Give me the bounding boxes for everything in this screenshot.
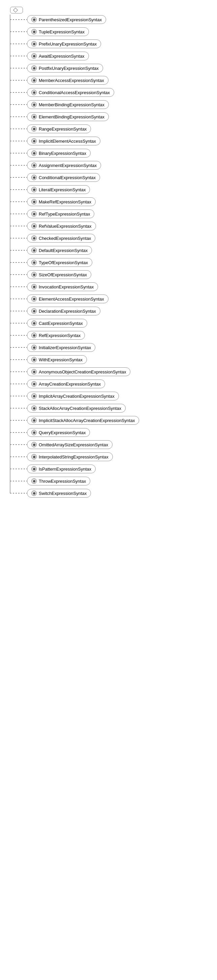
node-label: DeclarationExpressionSyntax [39,309,96,314]
tree-item: TypeOfExpressionSyntax [10,256,217,269]
connector [10,262,27,263]
circle-icon [31,369,37,374]
node-box: MemberAccessExpressionSyntax [27,76,109,85]
tree-item: ConditionalExpressionSyntax [10,171,217,183]
tree-item: RefTypeExpressionSyntax [10,208,217,220]
node-label: MemberBindingExpressionSyntax [39,102,105,107]
circle-icon [31,272,37,277]
node-box: ImplicitStackAllocArrayCreationExpressio… [27,416,139,425]
connector [10,238,27,239]
node-box: MakeRefExpressionSyntax [27,197,96,206]
tree-item: MemberAccessExpressionSyntax [10,74,217,86]
tree-item: ImplicitStackAllocArrayCreationExpressio… [10,414,217,426]
connector [10,92,27,93]
circle-icon [31,150,37,156]
node-label: WithExpressionSyntax [39,357,82,362]
connector [10,359,27,360]
node-box: ImplicitElementAccessSyntax [27,137,100,145]
node-box: BinaryExpressionSyntax [27,149,91,158]
tree-item: TupleExpressionSyntax [10,25,217,38]
connector [10,153,27,153]
node-label: CheckedExpressionSyntax [39,236,91,241]
circle-icon [31,199,37,204]
connector [10,432,27,433]
connector [10,286,27,287]
tree-item: ThrowExpressionSyntax [10,475,217,487]
connector [10,383,27,384]
tree-item: InterpolatedStringExpressionSyntax [10,451,217,463]
node-label: DefaultExpressionSyntax [39,248,88,253]
node-box: InitializerExpressionSyntax [27,343,95,352]
node-box: LiteralExpressionSyntax [27,185,90,194]
node-box: StackAllocArrayCreationExpressionSyntax [27,404,126,412]
root-box [10,7,23,13]
circle-icon [31,454,37,460]
node-label: TupleExpressionSyntax [39,29,85,34]
connector [10,493,27,493]
node-label: CastExpressionSyntax [39,321,83,326]
circle-icon [31,320,37,326]
node-box: QueryExpressionSyntax [27,428,90,437]
node-label: QueryExpressionSyntax [39,430,86,435]
circle-icon [31,211,37,216]
node-label: SwitchExpressionSyntax [39,491,87,496]
nodes-container: ParenthesizedExpressionSyntaxTupleExpres… [10,13,217,499]
node-label: ElementBindingExpressionSyntax [39,115,105,119]
tree-body: ParenthesizedExpressionSyntaxTupleExpres… [10,13,217,499]
node-box: RefExpressionSyntax [27,331,85,340]
circle-icon [31,466,37,472]
node-box: CheckedExpressionSyntax [27,234,95,243]
node-box: ParenthesizedExpressionSyntax [27,15,106,24]
connector [10,68,27,68]
node-box: WithExpressionSyntax [27,355,87,364]
node-box: AnonymousObjectCreationExpressionSyntax [27,368,130,376]
circle-icon [31,406,37,411]
tree-item: RefExpressionSyntax [10,329,217,341]
circle-icon [31,162,37,168]
node-box: ElementAccessExpressionSyntax [27,294,109,303]
connector [10,347,27,348]
node-box: PrefixUnaryExpressionSyntax [27,40,101,48]
connector [10,335,27,336]
node-box: TypeOfExpressionSyntax [27,258,92,267]
connector [10,274,27,275]
tree-item: SizeOfExpressionSyntax [10,269,217,281]
circle-icon [31,175,37,180]
node-label: ElementAccessExpressionSyntax [39,296,104,302]
node-box: ElementBindingExpressionSyntax [27,112,109,121]
node-label: InitializerExpressionSyntax [39,345,91,350]
circle-icon [31,393,37,399]
circle-icon [31,65,37,71]
circle-icon [31,308,37,314]
node-box: ConditionalAccessExpressionSyntax [27,88,114,97]
connector [10,457,27,457]
circle-icon [31,345,37,350]
connector [10,189,27,190]
connector [10,201,27,202]
tree-item: PrefixUnaryExpressionSyntax [10,38,217,50]
connector [10,104,27,105]
circle-icon [31,138,37,144]
connector [10,177,27,178]
node-box: DeclarationExpressionSyntax [27,307,100,315]
node-box: SwitchExpressionSyntax [27,489,91,498]
tree-item: ParenthesizedExpressionSyntax [10,13,217,25]
circle-icon [31,235,37,241]
node-box: MemberBindingExpressionSyntax [27,100,109,109]
node-label: PrefixUnaryExpressionSyntax [39,41,97,46]
node-box: RefTypeExpressionSyntax [27,210,94,218]
node-box: InvocationExpressionSyntax [27,282,98,291]
circle-icon [31,418,37,423]
circle-icon [31,41,37,46]
tree-item: BinaryExpressionSyntax [10,147,217,159]
circle-icon [31,296,37,302]
node-label: BinaryExpressionSyntax [39,151,86,156]
diamond-icon [13,8,18,13]
tree-item: CastExpressionSyntax [10,317,217,329]
connector [10,116,27,117]
connector [10,250,27,251]
node-label: InvocationExpressionSyntax [39,285,93,290]
tree-item: IsPatternExpressionSyntax [10,463,217,475]
node-box: ImplicitArrayCreationExpressionSyntax [27,392,119,401]
connector [10,129,27,129]
